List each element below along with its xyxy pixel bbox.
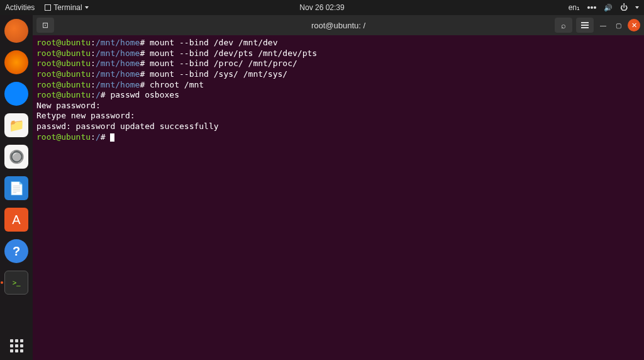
terminal-app-icon — [45, 4, 51, 11]
search-icon: ⌕ — [561, 21, 566, 30]
search-button[interactable]: ⌕ — [555, 18, 572, 33]
network-icon[interactable] — [587, 6, 596, 9]
window-title: root@ubuntu: / — [311, 21, 365, 30]
terminal-output[interactable]: root@ubuntu:/mnt/home# mount --bind /dev… — [33, 35, 644, 360]
chevron-down-icon[interactable] — [635, 6, 639, 9]
activities-button[interactable]: Activities — [5, 3, 35, 12]
terminal-window: ⊡ root@ubuntu: / ⌕ — ▢ ✕ root@ubuntu:/mn… — [33, 15, 644, 360]
maximize-button[interactable]: ▢ — [613, 20, 624, 31]
close-button[interactable]: ✕ — [628, 19, 640, 31]
chevron-down-icon — [85, 6, 89, 9]
dock-ubuntu[interactable] — [4, 19, 28, 43]
new-tab-button[interactable]: ⊡ — [36, 18, 54, 33]
speaker-icon[interactable] — [604, 3, 613, 12]
dock-files[interactable]: 📁 — [4, 113, 28, 137]
top-panel: Activities Terminal Nov 26 02:39 en₁ — [0, 0, 644, 15]
dock-terminal[interactable]: >_ — [4, 271, 28, 295]
show-applications-button[interactable] — [10, 339, 23, 352]
app-menu[interactable]: Terminal — [45, 3, 88, 12]
dock: 📁 🔘 📄 A ? >_ — [0, 15, 33, 360]
dock-help[interactable]: ? — [4, 239, 28, 263]
menu-button[interactable] — [576, 18, 594, 33]
dock-software[interactable]: A — [4, 208, 28, 232]
titlebar: ⊡ root@ubuntu: / ⌕ — ▢ ✕ — [33, 15, 644, 35]
clock[interactable]: Nov 26 02:39 — [299, 3, 344, 12]
power-icon[interactable] — [620, 3, 628, 12]
input-language[interactable]: en₁ — [569, 3, 580, 12]
dock-thunderbird[interactable] — [4, 82, 28, 106]
app-menu-label: Terminal — [53, 3, 82, 12]
minimize-button[interactable]: — — [597, 20, 609, 31]
hamburger-icon — [581, 22, 589, 28]
dock-firefox[interactable] — [4, 50, 28, 74]
dock-writer[interactable]: 📄 — [4, 176, 28, 200]
dock-rhythmbox[interactable]: 🔘 — [4, 145, 28, 169]
